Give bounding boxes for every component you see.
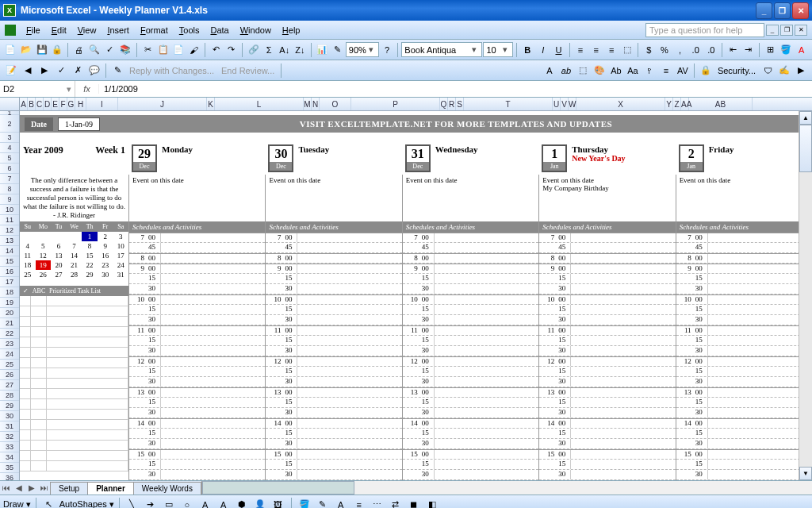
doc-restore-button[interactable]: ❐ xyxy=(780,25,793,36)
col-header-X[interactable]: X xyxy=(576,98,665,110)
row-header-6[interactable]: 6 xyxy=(0,164,19,174)
event-cell-friday[interactable]: Event on this date xyxy=(676,175,812,221)
maximize-button[interactable]: ❐ xyxy=(774,2,791,19)
col-header-Z[interactable]: Z xyxy=(673,98,681,110)
italic-button[interactable]: I xyxy=(536,42,551,58)
reject-button[interactable]: ✗ xyxy=(70,63,86,79)
tab-next-button[interactable]: ▶ xyxy=(25,483,38,492)
col-header-B[interactable]: B xyxy=(28,98,36,110)
close-button[interactable]: ✕ xyxy=(792,2,809,19)
hyperlink-button[interactable]: 🔗 xyxy=(246,42,261,58)
row-header-9[interactable]: 9 xyxy=(0,194,19,205)
sort-desc-button[interactable]: Z↓ xyxy=(293,42,308,58)
row-header-22[interactable]: 22 xyxy=(0,329,19,339)
wordart-insert-button[interactable]: A xyxy=(216,497,232,509)
row-header-17[interactable]: 17 xyxy=(0,277,19,287)
tab-last-button[interactable]: ⏭ xyxy=(38,483,51,492)
col-header-U[interactable]: U xyxy=(553,98,561,110)
menu-file[interactable]: File xyxy=(21,23,46,37)
row-header-28[interactable]: 28 xyxy=(0,391,19,401)
edit-text-button[interactable]: ab xyxy=(558,63,574,79)
row-header-33[interactable]: 33 xyxy=(0,442,19,452)
open-button[interactable]: 📂 xyxy=(19,42,34,58)
row-header-36[interactable]: 36 xyxy=(0,473,19,480)
row-header-21[interactable]: 21 xyxy=(0,318,19,329)
tab-first-button[interactable]: ⏮ xyxy=(0,483,13,492)
row-header-35[interactable]: 35 xyxy=(0,463,19,473)
col-header-C[interactable]: C xyxy=(36,98,44,110)
row-header-16[interactable]: 16 xyxy=(0,267,19,277)
reply-changes-button[interactable]: Reply with Changes... xyxy=(126,66,217,75)
clipart-button[interactable]: 👤 xyxy=(252,497,268,509)
paste-button[interactable]: 📄 xyxy=(171,42,186,58)
task-row[interactable] xyxy=(20,451,128,461)
autoshapes-menu[interactable]: AutoShapes ▾ xyxy=(59,499,114,508)
line-style-button[interactable]: ≡ xyxy=(351,497,367,509)
col-header-H[interactable]: H xyxy=(75,98,86,110)
col-header-O[interactable]: O xyxy=(320,98,351,110)
task-row[interactable] xyxy=(20,410,128,420)
date-value-cell[interactable]: 1-Jan-09 xyxy=(58,117,100,131)
event-cell-thursday[interactable]: Event on this date My Company Birthday xyxy=(538,175,675,221)
sheet-tab-setup[interactable]: Setup xyxy=(50,482,88,495)
schedule-column-friday[interactable]: 7004580090015301000153011001530120015301… xyxy=(676,233,812,480)
task-row[interactable] xyxy=(20,461,128,471)
row-header-29[interactable]: 29 xyxy=(0,401,19,411)
menu-data[interactable]: Data xyxy=(205,23,234,37)
next-change-button[interactable]: ▶ xyxy=(36,63,52,79)
row-header-13[interactable]: 13 xyxy=(0,236,19,246)
menu-help[interactable]: Help xyxy=(277,23,306,37)
col-header-M[interactable]: M xyxy=(304,98,312,110)
row-header-30[interactable]: 30 xyxy=(0,411,19,421)
permission-button[interactable]: 🔒 xyxy=(50,42,65,58)
row-header-4[interactable]: 4 xyxy=(0,143,19,153)
task-row[interactable] xyxy=(20,348,128,358)
diagram-button[interactable]: ⬢ xyxy=(234,497,250,509)
sheet-tab-planner[interactable]: Planner xyxy=(87,482,134,495)
task-row[interactable] xyxy=(20,337,128,348)
align-left-button[interactable]: ≡ xyxy=(573,42,588,58)
line-color-button[interactable]: ✎ xyxy=(315,497,331,509)
decrease-indent-button[interactable]: ⇤ xyxy=(726,42,741,58)
col-header-P[interactable]: P xyxy=(351,98,440,110)
end-review-button[interactable]: End Review... xyxy=(218,66,278,75)
formula-input[interactable]: 1/1/2009 xyxy=(99,84,812,94)
task-row[interactable] xyxy=(20,420,128,430)
textbox-button[interactable]: A xyxy=(197,497,213,509)
fx-icon[interactable]: fx xyxy=(75,84,99,94)
bold-button[interactable]: B xyxy=(520,42,535,58)
underline-button[interactable]: U xyxy=(551,42,566,58)
shadow-button[interactable]: ◼ xyxy=(406,497,422,509)
menu-edit[interactable]: Edit xyxy=(46,23,72,37)
schedule-column-tuesday[interactable]: 7004580090015301000153011001530120015301… xyxy=(265,233,401,480)
line-button[interactable]: ╲ xyxy=(124,497,140,509)
name-box[interactable]: D2▾ xyxy=(0,81,75,97)
row-header-12[interactable]: 12 xyxy=(0,225,19,236)
rectangle-button[interactable]: ▭ xyxy=(161,497,177,509)
row-header-27[interactable]: 27 xyxy=(0,380,19,391)
col-header-AA[interactable]: AA xyxy=(681,98,689,110)
picture-button[interactable]: 🖼 xyxy=(270,497,286,509)
merge-button[interactable]: ⬚ xyxy=(620,42,635,58)
copy-button[interactable]: 📋 xyxy=(155,42,170,58)
help-search-input[interactable]: Type a question for help xyxy=(645,23,764,37)
font-color-button[interactable]: A xyxy=(794,42,809,58)
vertical-text-button[interactable]: ⫯ xyxy=(642,63,657,79)
save-button[interactable]: 💾 xyxy=(34,42,49,58)
event-cell-monday[interactable]: Event on this date xyxy=(128,175,265,221)
increase-decimal-button[interactable]: .0 xyxy=(688,42,703,58)
percent-button[interactable]: % xyxy=(657,42,672,58)
col-header-N[interactable]: N xyxy=(312,98,320,110)
dash-style-button[interactable]: ⋯ xyxy=(370,497,385,509)
minimize-button[interactable]: _ xyxy=(756,2,772,19)
shape-button[interactable]: Ab xyxy=(608,63,624,79)
task-row[interactable] xyxy=(20,296,128,306)
help-button[interactable]: ? xyxy=(380,42,395,58)
cut-button[interactable]: ✂ xyxy=(140,42,155,58)
font-name-select[interactable]: Book Antiqua▾ xyxy=(401,42,482,57)
col-header-G[interactable]: G xyxy=(67,98,75,110)
col-header-L[interactable]: L xyxy=(215,98,304,110)
row-header-5[interactable]: 5 xyxy=(0,153,19,164)
fill-color-button[interactable]: 🪣 xyxy=(779,42,794,58)
col-header-T[interactable]: T xyxy=(464,98,553,110)
